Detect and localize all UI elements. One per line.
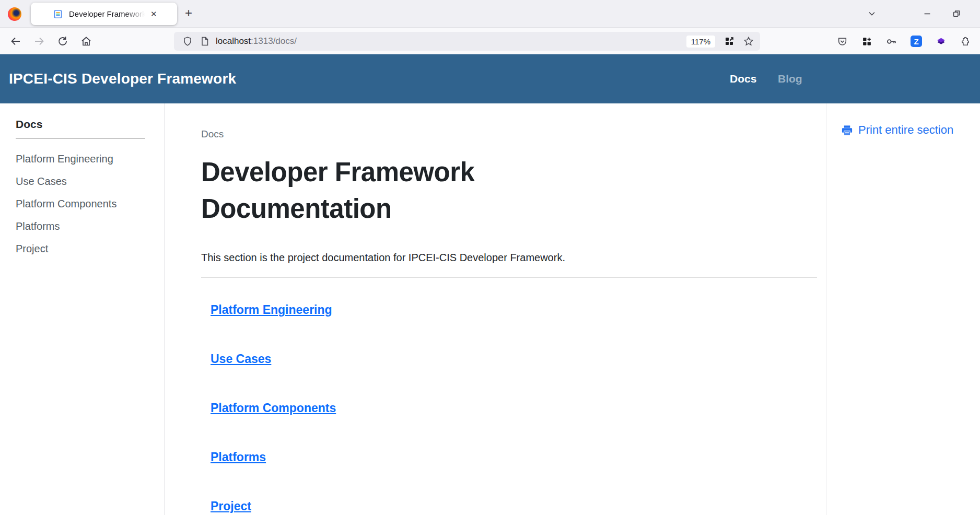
zoom-level-badge[interactable]: 117% bbox=[686, 36, 715, 48]
sidebar-item-platform-components[interactable]: Platform Components bbox=[16, 197, 164, 210]
tracking-shield-icon[interactable] bbox=[182, 36, 193, 46]
pocket-icon[interactable] bbox=[837, 36, 848, 47]
nav-link-docs[interactable]: Docs bbox=[730, 54, 756, 103]
tab-favicon-icon bbox=[54, 10, 62, 18]
toolbar-extensions-area: Z bbox=[837, 28, 980, 54]
section-index: Platform Engineering Use Cases Platform … bbox=[201, 302, 817, 515]
sidebar-item-project[interactable]: Project bbox=[16, 242, 164, 255]
sidebar-divider bbox=[16, 138, 145, 139]
sidebar-nav-list: Platform Engineering Use Cases Platform … bbox=[16, 153, 164, 255]
forward-button-icon[interactable] bbox=[33, 35, 45, 48]
container-grid-icon[interactable] bbox=[724, 36, 734, 46]
sidebar-item-use-cases[interactable]: Use Cases bbox=[16, 175, 164, 188]
section-link-platform-engineering[interactable]: Platform Engineering bbox=[211, 303, 332, 317]
breadcrumb: Docs bbox=[201, 127, 817, 141]
back-button-icon[interactable] bbox=[9, 35, 22, 48]
puzzle-piece-icon[interactable] bbox=[960, 36, 971, 47]
sidebar-heading-docs[interactable]: Docs bbox=[16, 117, 164, 132]
reload-button-icon[interactable] bbox=[56, 35, 69, 48]
docs-sidebar: Docs Platform Engineering Use Cases Plat… bbox=[0, 103, 165, 515]
tab-list-chevron-icon[interactable] bbox=[865, 7, 879, 20]
browser-window: Developer Framework Documentation ✕ + bbox=[0, 0, 980, 515]
site-brand[interactable]: IPCEI-CIS Developer Framework bbox=[9, 54, 236, 103]
print-section-label: Print entire section bbox=[858, 123, 953, 137]
site-navbar: IPCEI-CIS Developer Framework Docs Blog bbox=[0, 54, 980, 103]
url-bar[interactable]: localhost:1313/docs/ 117% bbox=[174, 32, 760, 51]
print-section-link[interactable]: Print entire section bbox=[841, 123, 980, 137]
new-tab-button[interactable]: + bbox=[180, 5, 197, 22]
zotero-icon[interactable]: Z bbox=[911, 36, 922, 47]
printer-icon bbox=[841, 124, 853, 136]
sidebar-item-platforms[interactable]: Platforms bbox=[16, 220, 164, 232]
intro-paragraph: This section is the project documentatio… bbox=[201, 250, 817, 265]
section-link-project[interactable]: Project bbox=[211, 499, 251, 513]
browser-tab[interactable]: Developer Framework Documentation ✕ bbox=[31, 3, 177, 25]
window-minimize-button[interactable] bbox=[920, 7, 934, 20]
page-tools-sidebar: Print entire section bbox=[826, 103, 980, 515]
url-path: :1313/docs/ bbox=[251, 36, 297, 46]
main-content: Docs Developer Framework Documentation T… bbox=[165, 103, 826, 515]
browser-toolbar: localhost:1313/docs/ 117% bbox=[0, 28, 980, 54]
page-content: Docs Platform Engineering Use Cases Plat… bbox=[0, 103, 980, 515]
firefox-logo-icon bbox=[8, 7, 21, 21]
section-link-platform-components[interactable]: Platform Components bbox=[211, 401, 336, 415]
purple-layers-icon[interactable] bbox=[936, 36, 947, 47]
bookmark-star-icon[interactable] bbox=[743, 36, 754, 46]
page-title: Developer Framework Documentation bbox=[201, 154, 567, 227]
password-key-icon[interactable] bbox=[886, 36, 897, 47]
url-host: localhost bbox=[216, 36, 251, 46]
nav-link-blog[interactable]: Blog bbox=[778, 54, 802, 103]
tab-title: Developer Framework Documentation bbox=[69, 9, 147, 18]
window-restore-button[interactable] bbox=[950, 7, 963, 20]
url-text[interactable]: localhost:1313/docs/ bbox=[216, 36, 297, 46]
home-button-icon[interactable] bbox=[80, 35, 92, 48]
extensions-grid-plus-icon[interactable] bbox=[861, 36, 872, 47]
tab-close-icon[interactable]: ✕ bbox=[150, 9, 157, 19]
sidebar-item-platform-engineering[interactable]: Platform Engineering bbox=[16, 153, 164, 165]
browser-titlebar: Developer Framework Documentation ✕ + bbox=[0, 0, 980, 28]
page-info-icon[interactable] bbox=[200, 36, 209, 46]
section-link-platforms[interactable]: Platforms bbox=[211, 450, 266, 464]
section-link-use-cases[interactable]: Use Cases bbox=[211, 352, 271, 366]
content-divider bbox=[201, 277, 817, 278]
